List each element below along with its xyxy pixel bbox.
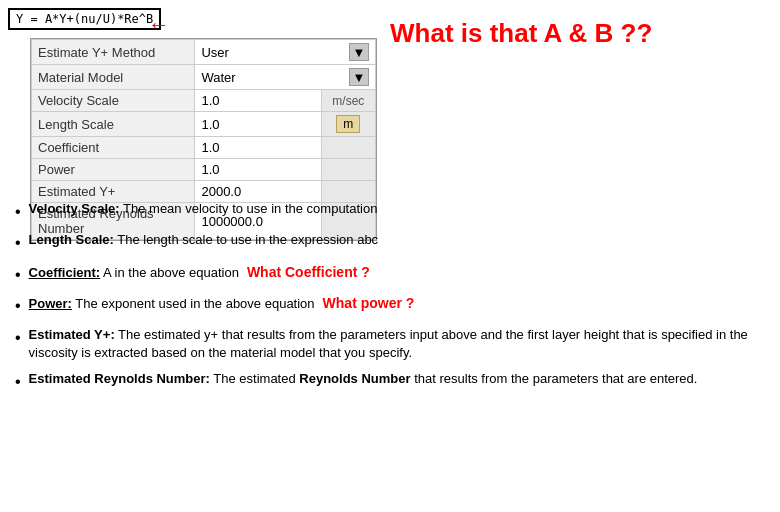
row-value: 1.0 <box>195 137 321 159</box>
bullet-icon: • <box>15 295 21 317</box>
formula-text: Y = A*Y+(nu/U)*Re^B <box>16 12 153 26</box>
description-list: •Velocity Scale: The mean velocity to us… <box>15 200 770 401</box>
list-item-content: Estimated Y+: The estimated y+ that resu… <box>29 326 770 362</box>
list-item: •Length Scale: The length scale to use i… <box>15 231 770 254</box>
question-text: What power ? <box>323 295 415 311</box>
row-value: 1.0 <box>195 159 321 181</box>
bullet-icon: • <box>15 327 21 349</box>
list-item-label: Coefficient: <box>29 265 101 280</box>
question-ab-text: What is that A & B ?? <box>390 18 652 49</box>
table-row: Estimate Y+ MethodUser▼ <box>32 40 376 65</box>
row-value[interactable]: User▼ <box>195 40 376 65</box>
list-item: •Velocity Scale: The mean velocity to us… <box>15 200 770 223</box>
list-item-label: Estimated Y+: <box>29 327 115 342</box>
list-item-label: Power: <box>29 296 72 311</box>
reynolds-bold: Reynolds Number <box>299 371 410 386</box>
row-label: Velocity Scale <box>32 90 195 112</box>
dropdown-arrow-icon[interactable]: ▼ <box>349 43 369 61</box>
list-item-content: Coefficient: A in the above equationWhat… <box>29 263 770 283</box>
list-item-content: Power: The exponent used in the above eq… <box>29 294 770 314</box>
table-row: Coefficient1.0 <box>32 137 376 159</box>
row-unit-empty <box>321 137 375 159</box>
bullet-icon: • <box>15 264 21 286</box>
row-value[interactable]: Water▼ <box>195 65 376 90</box>
row-label: Length Scale <box>32 112 195 137</box>
list-item: •Estimated Y+: The estimated y+ that res… <box>15 326 770 362</box>
list-item: •Estimated Reynolds Number: The estimate… <box>15 370 770 393</box>
formula-box: Y = A*Y+(nu/U)*Re^B <box>8 8 161 30</box>
row-label: Coefficient <box>32 137 195 159</box>
dropdown-arrow-icon[interactable]: ▼ <box>349 68 369 86</box>
row-unit-empty <box>321 159 375 181</box>
list-item: •Power: The exponent used in the above e… <box>15 294 770 317</box>
table-row: Velocity Scale1.0m/sec <box>32 90 376 112</box>
row-unit: m/sec <box>321 90 375 112</box>
bullet-icon: • <box>15 201 21 223</box>
bullet-icon: • <box>15 371 21 393</box>
list-item-label: Estimated Reynolds Number: <box>29 371 210 386</box>
table-row: Material ModelWater▼ <box>32 65 376 90</box>
row-label: Estimate Y+ Method <box>32 40 195 65</box>
row-label: Power <box>32 159 195 181</box>
table-row: Power1.0 <box>32 159 376 181</box>
arrow-icon: ← <box>148 12 170 38</box>
list-item-content: Length Scale: The length scale to use in… <box>29 231 770 249</box>
row-value: 1.0 <box>195 112 321 137</box>
row-label: Material Model <box>32 65 195 90</box>
table-row: Length Scale1.0m <box>32 112 376 137</box>
list-item-content: Velocity Scale: The mean velocity to use… <box>29 200 770 218</box>
unit-button[interactable]: m <box>336 115 360 133</box>
list-item-content: Estimated Reynolds Number: The estimated… <box>29 370 770 388</box>
list-item-label: Length Scale: <box>29 232 114 247</box>
row-value: 1.0 <box>195 90 321 112</box>
list-item: •Coefficient: A in the above equationWha… <box>15 263 770 286</box>
bullet-icon: • <box>15 232 21 254</box>
row-unit: m <box>321 112 375 137</box>
question-text: What Coefficient ? <box>247 264 370 280</box>
list-item-label: Velocity Scale: <box>29 201 120 216</box>
